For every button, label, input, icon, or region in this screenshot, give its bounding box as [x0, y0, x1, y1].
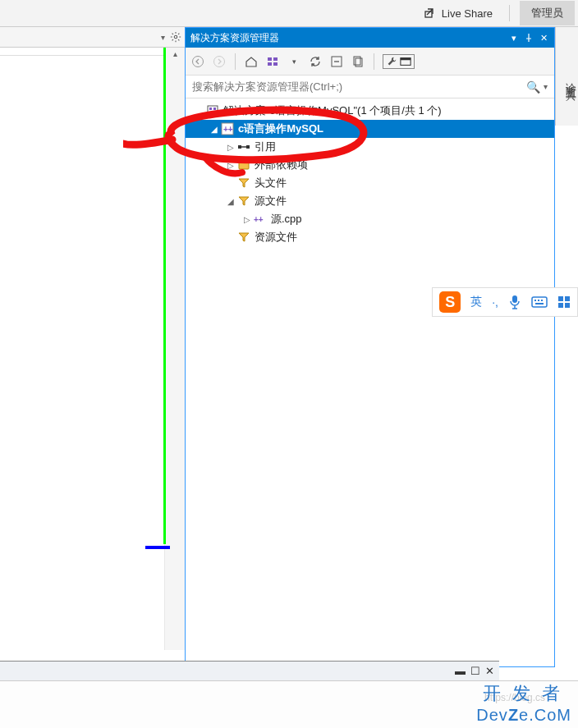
panel-toolbar: ▾ [186, 48, 554, 76]
svg-rect-18 [209, 112, 212, 114]
forward-icon[interactable] [212, 54, 227, 69]
filter-folder-icon [236, 176, 251, 190]
change-marker-blue [145, 546, 170, 549]
brand-en: DevZe.CoM [476, 706, 571, 725]
svg-rect-15 [208, 106, 218, 116]
properties-group[interactable] [383, 54, 415, 69]
svg-rect-27 [534, 300, 536, 301]
project-label: c语言操作MySQL [238, 121, 323, 136]
microphone-icon[interactable] [508, 295, 521, 309]
minimize-icon[interactable]: ▬ [455, 665, 466, 677]
sources-node[interactable]: ◢ 源文件 [186, 192, 554, 210]
maximize-icon[interactable]: ☐ [470, 665, 480, 677]
svg-point-4 [193, 56, 204, 66]
dropdown-icon[interactable]: ▾ [161, 33, 165, 42]
svg-rect-17 [213, 108, 216, 110]
resources-node[interactable]: 资源文件 [186, 228, 554, 246]
headers-node[interactable]: 头文件 [186, 174, 554, 192]
close-icon[interactable]: ✕ [538, 32, 549, 43]
svg-rect-8 [268, 62, 272, 66]
expander-closed-icon[interactable]: ▷ [241, 215, 253, 224]
sogou-logo-icon[interactable]: S [439, 291, 461, 313]
collapse-icon[interactable] [329, 54, 344, 69]
expander-open-icon[interactable]: ◢ [209, 125, 220, 134]
svg-rect-14 [401, 57, 411, 60]
svg-rect-22 [246, 145, 250, 149]
panel-menu-icon[interactable]: ▾ [508, 32, 520, 43]
admin-button[interactable]: 管理员 [520, 1, 575, 25]
keyboard-icon[interactable] [531, 296, 548, 308]
bottom-panel-titlebar[interactable]: ▬ ☐ ✕ [0, 661, 499, 680]
preview-icon [400, 56, 411, 67]
svg-rect-29 [541, 300, 543, 301]
panel-titlebar[interactable]: 解决方案资源管理器 ▾ ✕ [186, 28, 554, 48]
svg-rect-9 [273, 62, 278, 66]
svg-rect-30 [535, 303, 544, 304]
search-dropdown-icon[interactable]: ▾ [544, 82, 548, 91]
svg-rect-23 [239, 162, 249, 169]
svg-text:++: ++ [254, 215, 264, 224]
close-icon[interactable]: ✕ [485, 665, 494, 677]
back-icon[interactable] [190, 54, 205, 69]
share-icon [424, 7, 437, 20]
sources-label: 源文件 [255, 194, 287, 208]
svg-point-1 [174, 35, 177, 39]
ime-toolbar[interactable]: S 英 ·, [432, 287, 578, 317]
solution-icon[interactable] [265, 54, 280, 69]
solution-node[interactable]: 解决方案"c语言操作MySQL"(1 个项目/共 1 个) [186, 102, 554, 120]
headers-label: 头文件 [255, 176, 287, 190]
editor-top-strip: ▾ [0, 27, 185, 48]
change-marker-green [163, 48, 166, 544]
resources-label: 资源文件 [255, 230, 297, 245]
references-node[interactable]: ▷ 引用 [186, 138, 554, 156]
panel-search-box[interactable]: 🔍 ▾ [186, 76, 554, 98]
ime-lang-label[interactable]: 英 [470, 295, 482, 309]
toolbar-separator [374, 53, 374, 70]
top-toolbar: Live Share 管理员 [0, 0, 578, 27]
external-deps-label: 外部依赖项 [255, 158, 308, 172]
project-node[interactable]: ◢ ++ c语言操作MySQL [186, 120, 554, 138]
home-icon[interactable] [244, 54, 259, 69]
toolbar-separator [235, 53, 236, 70]
grid-icon[interactable] [557, 295, 571, 309]
svg-text:++: ++ [223, 125, 233, 134]
refresh-icon[interactable]: ▾ [287, 54, 301, 69]
live-share-label: Live Share [442, 7, 493, 20]
wrench-icon [386, 56, 397, 67]
live-share-button[interactable]: Live Share [417, 3, 499, 23]
svg-rect-32 [565, 296, 570, 301]
svg-rect-25 [512, 295, 517, 303]
brand-cn: 开发者 [476, 681, 571, 706]
source-file-node[interactable]: ▷ ++ 源.cpp [186, 210, 554, 228]
diagnostic-tools-tab[interactable]: 诊断工具 [555, 27, 578, 126]
panel-title-text: 解决方案资源管理器 [190, 31, 508, 45]
svg-rect-0 [425, 11, 432, 17]
gear-icon[interactable] [170, 31, 181, 43]
expander-closed-icon[interactable]: ▷ [225, 161, 236, 170]
search-input[interactable] [192, 80, 526, 93]
references-label: 引用 [255, 140, 276, 154]
search-icon[interactable]: 🔍 [526, 80, 540, 94]
expander-closed-icon[interactable]: ▷ [225, 143, 236, 152]
show-all-icon[interactable] [351, 54, 365, 69]
svg-point-5 [214, 56, 225, 66]
svg-rect-26 [532, 297, 547, 307]
project-icon: ++ [220, 122, 235, 135]
references-icon [236, 140, 251, 153]
solution-file-icon [205, 104, 220, 117]
expander-open-icon[interactable]: ◢ [225, 197, 236, 206]
external-deps-node[interactable]: ▷ 外部依赖项 [186, 156, 554, 174]
solution-tree[interactable]: 解决方案"c语言操作MySQL"(1 个项目/共 1 个) ◢ ++ c语言操作… [186, 98, 554, 666]
sync-icon[interactable] [308, 54, 323, 69]
pin-icon[interactable] [523, 32, 534, 43]
editor-divider-line [0, 55, 164, 56]
external-deps-icon [236, 158, 251, 172]
filter-folder-icon [236, 231, 251, 244]
filter-folder-icon [236, 195, 251, 208]
svg-rect-34 [565, 303, 570, 308]
solution-explorer-panel: 解决方案资源管理器 ▾ ✕ ▾ 🔍 ▾ 解决方案"c语言操作MySQL"(1 [185, 27, 555, 667]
editor-scrollbar[interactable]: ▴ [164, 48, 185, 650]
scroll-up-icon[interactable]: ▴ [165, 48, 185, 61]
brand-logo: 开发者 DevZe.CoM [476, 681, 571, 725]
ime-punct-label[interactable]: ·, [492, 295, 498, 309]
